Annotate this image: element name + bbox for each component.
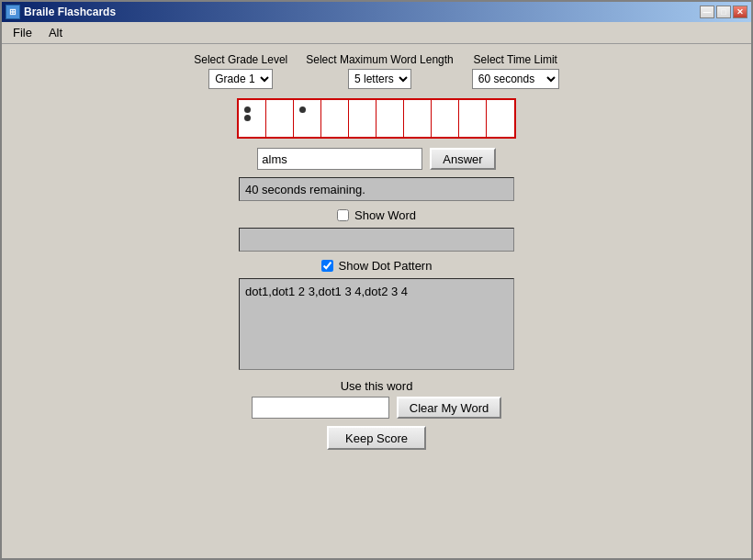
status-text: 40 seconds remaining. xyxy=(245,183,365,196)
show-dot-checkbox[interactable] xyxy=(321,260,333,272)
braille-cell-2 xyxy=(266,100,294,137)
braille-display xyxy=(237,98,516,139)
show-word-checkbox[interactable] xyxy=(337,209,349,221)
braille-cell-9 xyxy=(459,100,487,137)
menu-alt[interactable]: Alt xyxy=(41,24,70,41)
menu-bar: File Alt xyxy=(2,22,751,44)
braille-cell-7 xyxy=(404,100,432,137)
time-limit-select[interactable]: 30 seconds 60 seconds 90 seconds 120 sec… xyxy=(472,69,559,89)
answer-button[interactable]: Answer xyxy=(430,148,495,170)
word-length-select[interactable]: 3 letters 4 letters 5 letters 6 letters … xyxy=(348,69,411,89)
answer-input[interactable] xyxy=(257,148,422,170)
dot-1-3 xyxy=(244,123,251,129)
use-word-label: Use this word xyxy=(341,379,413,393)
braille-cell-10 xyxy=(487,100,514,137)
show-dot-label[interactable]: Show Dot Pattern xyxy=(339,259,433,273)
braille-cell-4 xyxy=(321,100,349,137)
show-word-label[interactable]: Show Word xyxy=(354,208,416,222)
use-word-input[interactable] xyxy=(252,397,389,419)
menu-file[interactable]: File xyxy=(6,24,39,41)
controls-row: Select Grade Level Grade 1 Grade 2 Grade… xyxy=(194,53,559,89)
word-length-label: Select Maximum Word Length xyxy=(306,53,454,66)
braille-cell-5 xyxy=(349,100,376,137)
braille-cell-8 xyxy=(432,100,459,137)
dot-1-1 xyxy=(244,106,251,113)
braille-cell-3 xyxy=(294,100,321,137)
title-bar: ⊞ Braile Flashcards — □ ✕ xyxy=(2,2,751,22)
word-length-control: Select Maximum Word Length 3 letters 4 l… xyxy=(306,53,454,89)
grade-control: Select Grade Level Grade 1 Grade 2 Grade… xyxy=(194,53,287,89)
dot-1-4 xyxy=(253,106,259,113)
dot-1-2 xyxy=(244,115,251,121)
maximize-button[interactable]: □ xyxy=(716,6,731,18)
dot-pattern-display: dot1,dot1 2 3,dot1 3 4,dot2 3 4 xyxy=(239,278,514,370)
time-limit-label: Select Time Limit xyxy=(474,53,557,66)
dot-pattern-text: dot1,dot1 2 3,dot1 3 4,dot2 3 4 xyxy=(245,285,408,298)
show-dot-row: Show Dot Pattern xyxy=(321,259,433,273)
braille-cell-6 xyxy=(376,100,404,137)
grade-select[interactable]: Grade 1 Grade 2 Grade 3 xyxy=(208,69,273,89)
use-word-row: Clear My Word xyxy=(252,397,501,419)
keep-score-button[interactable]: Keep Score xyxy=(327,426,426,450)
grade-label: Select Grade Level xyxy=(194,53,287,66)
app-icon: ⊞ xyxy=(6,5,20,19)
show-word-row: Show Word xyxy=(337,208,416,222)
window-title: Braile Flashcards xyxy=(24,6,116,18)
show-word-display xyxy=(239,228,514,252)
status-bar: 40 seconds remaining. xyxy=(239,177,514,201)
answer-row: Answer xyxy=(257,148,495,170)
dot-1-6 xyxy=(253,123,259,129)
clear-my-word-button[interactable]: Clear My Word xyxy=(397,397,501,419)
braille-cell-1 xyxy=(239,100,266,137)
main-window: ⊞ Braile Flashcards — □ ✕ File Alt Selec… xyxy=(0,0,753,560)
main-content: Select Grade Level Grade 1 Grade 2 Grade… xyxy=(2,44,751,558)
dot-1-5 xyxy=(253,115,259,121)
minimize-button[interactable]: — xyxy=(700,6,714,18)
close-button[interactable]: ✕ xyxy=(733,6,747,18)
time-limit-control: Select Time Limit 30 seconds 60 seconds … xyxy=(472,53,559,89)
